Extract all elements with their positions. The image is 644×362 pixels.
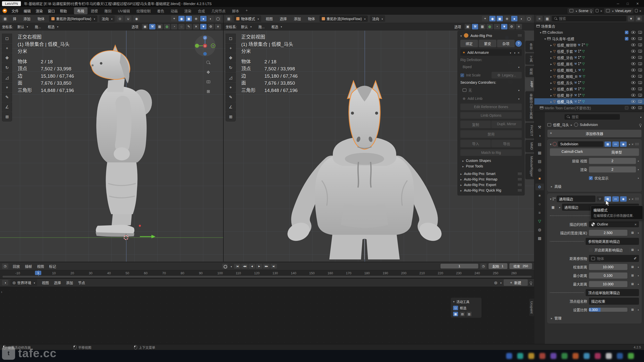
legacy-button[interactable]: ⚙Legacy... <box>492 72 522 78</box>
shader-sidebar-tab[interactable]: Ucupaint <box>529 299 534 316</box>
menu-item[interactable]: 帮助 <box>57 8 69 14</box>
filter-icon[interactable]: ▼ <box>628 16 634 21</box>
n-panel-tab[interactable]: MMD <box>525 140 534 152</box>
drag-dropdown[interactable]: 拖... <box>256 23 267 30</box>
shader-menu[interactable]: 视图 <box>39 280 51 286</box>
gear-icon[interactable]: ⚙ <box>208 24 214 29</box>
delete-scene-icon[interactable] <box>600 9 602 13</box>
timeline-menu[interactable]: 标记 <box>47 264 59 269</box>
n-panel-tab[interactable]: 工具 <box>525 53 534 65</box>
render-toggle[interactable]: ◉ <box>620 142 627 147</box>
zoom-icon[interactable] <box>206 60 211 65</box>
frame-end-field[interactable]: 结束250 <box>509 263 532 269</box>
shading-material-icon[interactable]: ◐ <box>208 16 214 21</box>
add-modifier-button[interactable]: 添加修改器 <box>547 130 641 137</box>
taskbar-app-icon[interactable] <box>528 353 534 359</box>
grid-ortho-icon[interactable]: ⊞ <box>206 88 211 94</box>
options-dropdown[interactable]: 选项 <box>129 23 141 30</box>
max-distance-field[interactable]: 10.000 <box>589 281 627 287</box>
outliner-type-icon[interactable]: ≡ <box>536 16 543 21</box>
taskbar-app-icon[interactable] <box>628 353 634 359</box>
workspace-tab[interactable]: 着色 <box>154 7 167 14</box>
workspace-tab[interactable]: 纹理绘制 <box>133 7 154 14</box>
rig-definition-dropdown[interactable]: Biped <box>460 64 522 70</box>
outliner-extra-collection[interactable]: Merlin Toon Carrier(不要修改) <box>534 105 644 111</box>
frame-start-field[interactable]: 起始1 <box>489 263 507 269</box>
breadcrumb-modifier[interactable]: Subdivision <box>580 123 598 127</box>
new-scene-icon[interactable] <box>596 9 598 12</box>
new-world-button[interactable]: +新建 <box>504 279 528 286</box>
select-menu[interactable]: 选择 <box>277 15 289 22</box>
move-tool[interactable]: ✥ <box>2 53 12 63</box>
shading-material-icon[interactable]: ◐ <box>518 16 525 21</box>
input-attribute-icon[interactable]: ⊞ <box>629 230 636 236</box>
menu-item[interactable]: 文件 <box>9 8 21 14</box>
disable-button[interactable]: 禁用 <box>460 130 522 138</box>
output-tab[interactable]: ▤ <box>535 141 544 148</box>
exclude-checkbox[interactable] <box>625 31 628 34</box>
addon-panel-section[interactable]: Auto-Rig Pro: Smart <box>460 171 522 176</box>
active-tool-dropdown[interactable]: 重拓扑流(RetopoFlow) <box>319 15 368 22</box>
shading-solid-icon[interactable]: ● <box>511 16 517 21</box>
twisty-icon[interactable] <box>540 30 541 34</box>
select-box-mode-icon[interactable]: ▦ <box>453 312 458 316</box>
visibility-armature-icon[interactable]: ⚒ <box>472 24 478 29</box>
outliner-object[interactable]: ▽低模_牙齿⚒▽ <box>534 54 644 61</box>
realtime-toggle[interactable]: ▭ <box>612 142 619 147</box>
model-front-view[interactable] <box>269 72 460 262</box>
animate-dot[interactable]: • <box>638 167 639 172</box>
particles-tab[interactable]: ∗ <box>535 192 544 199</box>
exclude-checkbox[interactable] <box>625 106 628 110</box>
catmull-clark-tab[interactable]: Catmull-Clark <box>550 148 594 156</box>
select-box-tool[interactable]: ◻ <box>2 34 12 43</box>
add-limb-dropdown[interactable]: ⊕Add Limb <box>460 96 522 102</box>
taskbar-app-icon[interactable] <box>506 353 512 359</box>
close-icon[interactable] <box>517 51 520 55</box>
properties-search[interactable] <box>565 114 620 120</box>
navigation-gizmo[interactable]: Z Y X <box>194 35 216 57</box>
hide-eye-icon[interactable] <box>631 37 635 40</box>
outliner-group[interactable]: 马头青年-低模 <box>534 35 644 42</box>
orientation-dropdown[interactable]: 默认 <box>15 23 30 30</box>
filter-funnel-icon[interactable]: ▼ <box>501 24 507 29</box>
select-menu[interactable]: 择 <box>10 15 19 22</box>
transport-button[interactable]: |◀ <box>234 264 240 269</box>
mode-dropdown[interactable]: 物体模式 <box>234 15 261 22</box>
collapse-icon[interactable] <box>550 142 551 146</box>
measure-tool[interactable]: ∠ <box>226 102 236 112</box>
search-input[interactable] <box>572 115 618 119</box>
taskbar-app-icon[interactable] <box>561 353 568 359</box>
sidebar-collapse-icon[interactable]: › <box>1 290 2 294</box>
add-menu[interactable]: 添加 <box>291 15 303 22</box>
cursor-tool[interactable]: + <box>226 43 236 53</box>
add-cube-tool[interactable]: ⊞ <box>226 112 236 121</box>
arp-tab-misc[interactable]: 杂项 <box>497 40 515 47</box>
taskbar-app-icon[interactable] <box>550 353 556 359</box>
levels-render-field[interactable]: 2 <box>589 166 636 172</box>
transport-button[interactable]: ▶ <box>256 264 262 269</box>
viewport-center-canvas[interactable]: 正交前视图 (1) 场景集合 | 低模_马头 分米 物体2 / 18顶点7,50… <box>224 31 534 262</box>
advanced-section[interactable]: 高级 <box>550 183 639 190</box>
shader-menu[interactable]: 选择 <box>51 280 63 286</box>
render-tab[interactable]: ◑ <box>535 132 544 139</box>
rotate-tool[interactable]: ↻ <box>226 63 236 72</box>
outline-width-field[interactable]: 2.500 <box>589 230 627 236</box>
outliner-object[interactable]: ▽低模_衣裤⚒▽ <box>534 86 644 92</box>
visibility-camera-icon[interactable]: ▣ <box>142 24 148 29</box>
visibility-face-icon[interactable]: ◔ <box>494 24 500 29</box>
add-menu[interactable]: 添加 <box>21 15 33 22</box>
editor-type-icon[interactable]: ◑ <box>2 280 8 285</box>
addon-panel-section[interactable]: Auto-Rig Pro: Remap <box>460 176 522 182</box>
workspace-tab[interactable]: 渲染 <box>181 7 194 14</box>
distance-ref-field[interactable]: 物体✐ <box>589 255 639 262</box>
current-frame-badge[interactable]: 1 <box>35 271 41 275</box>
overlays-dropdown-icon[interactable]: ◉ <box>489 16 496 21</box>
twisty-icon[interactable] <box>544 37 546 41</box>
shading-rendered-icon[interactable]: ◯ <box>526 16 532 21</box>
taskbar-app-icon[interactable] <box>606 353 612 359</box>
editor-type-icon[interactable]: ◷ <box>2 263 8 269</box>
distance-toggle-checkbox[interactable] <box>589 248 593 252</box>
object-menu[interactable]: 物体 <box>35 15 47 22</box>
import-button[interactable]: 导入 <box>460 140 491 147</box>
duplicate-button[interactable]: 复制 <box>460 121 491 128</box>
